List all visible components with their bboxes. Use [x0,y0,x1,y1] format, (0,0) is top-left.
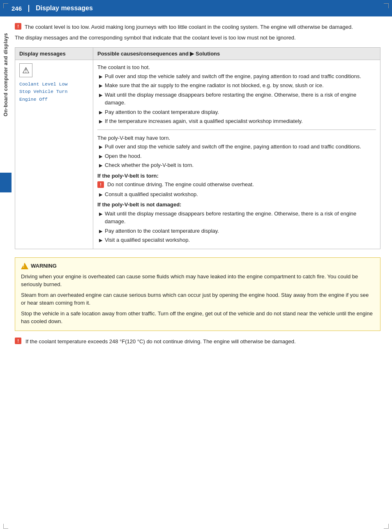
torn-bullet: ▶ Consult a qualified specialist worksho… [97,190,376,199]
bottom-note: ! If the coolant temperature exceeds 248… [15,338,380,346]
warn-icon-bottom: ! [15,338,21,344]
table-header-col2: Possible causes/consequences and ▶ Solut… [93,48,380,60]
warning-box: WARNING Driving when your engine is over… [15,257,380,331]
warning-para2: Steam from an overheated engine can caus… [21,291,374,307]
arrow-icon: ▶ [99,82,102,89]
corner-mark-tr [384,3,389,8]
sidebar-label: On-board computer and displays [3,33,9,116]
arrow-icon: ▶ [99,237,102,244]
page-title: Display messages [36,5,93,12]
intro-text2: The display messages and the correspondi… [15,34,380,42]
section2-bullets: ▶ Pull over and stop the vehicle safely … [97,143,376,169]
warning-title: WARNING [31,263,57,269]
page-header: 246 Display messages [0,0,392,16]
bullet-item: ▶ Check whether the poly-V-belt is torn. [97,161,376,169]
torn-warning-line: ! Do not continue driving. The engine co… [97,180,376,189]
section1: The coolant is too hot. ▶ Pull over and … [97,63,376,125]
main-content: ! The coolant level is too low. Avoid ma… [15,16,380,345]
section2: The poly-V-belt may have torn. ▶ Pull ov… [97,134,376,244]
arrow-icon: ▶ [99,210,102,217]
intro-text1: The coolant level is too low. Avoid maki… [25,23,353,31]
sidebar-blue-accent [0,173,12,192]
warning-para3: Stop the vehicle in a safe location away… [21,310,374,326]
bullet-item: ▶ Wait until the display message disappe… [97,210,376,226]
bullet-item: ▶ Open the hood. [97,152,376,160]
arrow-icon: ▶ [99,109,102,116]
coolant-display-label: Coolant Level LowStop Vehicle TurnEngine… [19,81,89,103]
warn-icon-intro: ! [15,23,21,30]
arrow-icon: ▶ [99,191,102,198]
section2-intro: The poly-V-belt may have torn. [97,134,376,142]
arrow-icon: ▶ [99,73,102,80]
intro-line1: ! The coolant level is too low. Avoid ma… [15,23,380,31]
table-cell-display: ⚠ Coolant Level LowStop Vehicle TurnEngi… [15,60,93,249]
bullet-item: ▶ Visit a qualified specialist workshop. [97,236,376,244]
bullet-item: ▶ Pull over and stop the vehicle safely … [97,143,376,151]
bullet-item: ▶ Make sure that the air supply to the e… [97,81,376,90]
table-header-col1: Display messages [15,48,93,60]
coolant-display-icon: ⚠ [19,63,32,77]
arrow-icon: ▶ [99,162,102,169]
table-cell-solutions: The coolant is too hot. ▶ Pull over and … [93,60,380,249]
bullet-item: ▶ Pull over and stop the vehicle safely … [97,72,376,81]
warning-para1: Driving when your engine is overheated c… [21,273,374,289]
section1-intro: The coolant is too hot. [97,63,376,72]
triangle-warning-icon [21,263,28,269]
torn-warning-text: Do not continue driving. The engine coul… [107,180,254,189]
arrow-icon: ▶ [99,228,102,235]
table-row: ⚠ Coolant Level LowStop Vehicle TurnEngi… [15,60,380,249]
corner-mark-tl [3,3,8,8]
warn-icon-torn: ! [97,181,104,188]
section1-bullets: ▶ Pull over and stop the vehicle safely … [97,72,376,125]
if-not-torn-label: If the poly-V-belt is not damaged: [97,201,376,209]
bottom-note-text: If the coolant temperature exceeds 248 °… [25,338,380,346]
corner-mark-br [384,524,389,529]
section-divider [97,130,376,130]
intro-block: ! The coolant level is too low. Avoid ma… [15,23,380,42]
if-torn-label: If the poly-V-belt is torn: [97,172,376,180]
arrow-icon: ▶ [99,118,102,125]
arrow-icon: ▶ [99,92,102,99]
arrow-icon: ▶ [99,143,102,150]
bullet-item: ▶ Pay attention to the coolant temperatu… [97,227,376,235]
warning-header: WARNING [21,263,374,269]
display-messages-table: Display messages Possible causes/consequ… [15,47,380,249]
bullet-item: ▶ Pay attention to the coolant temperatu… [97,108,376,116]
bullet-item: ▶ If the temperature increases again, vi… [97,117,376,125]
sidebar: On-board computer and displays [0,25,12,532]
page-number: 246 [12,5,29,12]
arrow-icon: ▶ [99,153,102,160]
bullet-item: ▶ Wait until the display message disappe… [97,91,376,107]
